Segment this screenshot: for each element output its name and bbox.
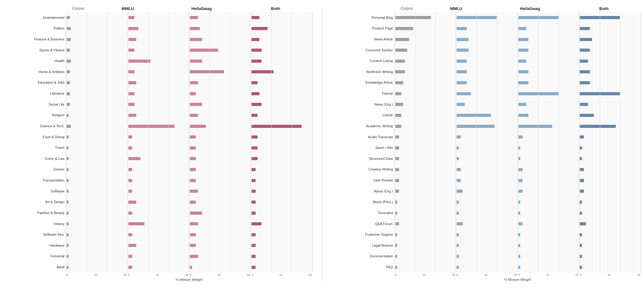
bar-row [67,221,127,227]
x-axis-wrapper: 01020010200102001020% Mixture Weight [3,273,313,281]
bar [580,190,584,193]
row-label: Audio Transcript [332,135,393,139]
bar-row [67,243,127,248]
bar-row [580,265,640,270]
bar-row [128,102,189,107]
bar-row [580,47,640,53]
both-header: Both [567,6,641,11]
bar-row [190,134,250,140]
bar-row [190,58,250,64]
bar [518,38,528,41]
bar [518,212,520,215]
bar [190,179,196,182]
bar [518,255,520,258]
bar-row [395,178,455,183]
bar-row [518,102,579,107]
bar [457,38,469,41]
bar [457,146,459,150]
bar [252,255,256,258]
bar-row [190,69,250,75]
bar-group-hellaswag [189,12,251,273]
row-label: Creative Writing [332,167,393,171]
bar-row [457,199,517,205]
bar [395,222,399,225]
bar-row [580,113,640,118]
row-label: Software Dev. [3,233,65,237]
row-label: Industrial [3,254,65,258]
bar [128,179,132,182]
bar [518,244,520,247]
bar-row [457,232,517,238]
bar [128,103,134,106]
both-header: Both [239,6,313,11]
bar [190,92,196,95]
bar-row [518,69,579,75]
bar [190,266,192,269]
bar [518,233,520,236]
bar-row [457,80,517,86]
bar-row [580,123,640,129]
bar-row [128,221,189,227]
corpus-header: Corpus [394,6,419,11]
bar-row [395,102,455,107]
bar [252,201,256,204]
row-label: Crime & Law [3,157,65,161]
bar [67,244,69,247]
bar-row [580,254,640,259]
row-label: Listicle [332,113,393,117]
bar-row [67,37,127,42]
bar-row [457,91,517,97]
bar [457,60,467,63]
bar [457,16,497,19]
bar [518,70,528,73]
bar-row [252,37,312,42]
bar [252,233,256,236]
bar-row [128,26,189,31]
row-label: About (Org.) [332,189,393,193]
row-label: Fashion & Beauty [3,211,65,215]
bar-row [128,15,189,20]
corpus-header: Corpus [66,6,91,11]
bar-row [457,254,517,259]
bar [128,201,137,204]
chart-main-area: EntertainmentPoliticsFinance & BusinessS… [3,12,313,273]
chart-header: CorpusMMLUHellaSwagBoth [3,6,313,11]
bar-row [395,156,455,161]
bar [67,81,70,84]
bar-row [128,80,189,86]
bar-row [252,243,312,248]
bar [580,233,582,236]
row-label: Religion [3,113,65,117]
bar [190,212,202,215]
bar [580,125,616,128]
bar [518,179,522,182]
bar-row [580,167,640,172]
bar-group-hellaswag [517,12,579,273]
bar [190,103,202,106]
bar [128,190,132,193]
bar [457,212,459,215]
bar-row [252,178,312,183]
row-label: Entertainment [3,16,65,20]
bar-row [457,37,517,42]
bar-row [67,134,127,140]
bar [580,201,582,204]
bar [128,135,132,139]
row-label: Spam / Ads [332,146,393,150]
bar [518,222,522,225]
bar-group-both [251,12,313,273]
bar-row [67,210,127,216]
row-label: Sports & Fitness [3,48,65,52]
bar [190,168,196,171]
x-tick: 10 [156,273,159,276]
bar [395,255,397,258]
bar [128,114,137,117]
bar [128,81,137,84]
bar-row [580,210,640,216]
bar-row [190,47,250,53]
bar-row [67,91,127,97]
bar [252,70,273,73]
row-label: Software [3,189,65,193]
bar [457,190,463,193]
bar [395,60,405,63]
